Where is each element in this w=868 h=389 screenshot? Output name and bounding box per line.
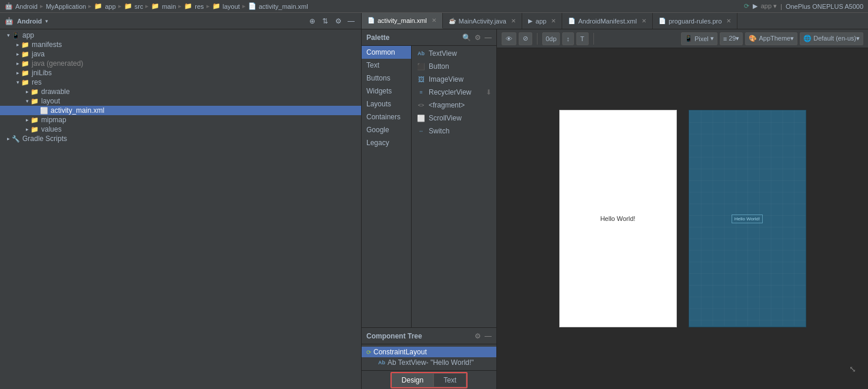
palette-items-list: Ab TextView ⬛ Button 🖼 ImageView ≡ (412, 46, 496, 327)
component-tree-toolbar: Component Tree ⚙ — (362, 328, 496, 344)
palette-cat-widgets[interactable]: Widgets (362, 85, 411, 98)
theme-dropdown[interactable]: 🎨 AppTheme▾ (745, 32, 797, 45)
palette-item-button[interactable]: ⬛ Button (412, 60, 496, 73)
tree-item-java-generated[interactable]: ▸ 📁 java (generated) (0, 59, 361, 68)
palette-item-switch[interactable]: ↔ Switch (412, 125, 496, 138)
palette-item-scrollview[interactable]: ⬜ ScrollView (412, 112, 496, 125)
tree-arrow-app: ▾ (5, 32, 12, 38)
ct-item-constraintlayout[interactable]: ⟳ ConstraintLayout (362, 347, 496, 357)
palette-cat-common[interactable]: Common (362, 46, 411, 59)
tree-item-drawable[interactable]: ▸ 📁 drawable (0, 87, 361, 96)
settings-icon[interactable]: ⚙ (333, 16, 343, 26)
tree-label-java: java (32, 50, 45, 58)
tab-close-mainactivity[interactable]: ✕ (511, 18, 516, 24)
tab-label-activity-main: activity_main.xml (378, 17, 427, 24)
run-icon[interactable]: ▶ (753, 2, 757, 10)
editor-tab-bar: 📄 activity_main.xml ✕ ☕ MainActivity.jav… (362, 13, 868, 29)
constraint-btn[interactable]: ⊘ (519, 32, 532, 45)
palette-settings-icon[interactable]: ⚙ (475, 33, 481, 42)
tree-item-app[interactable]: ▾ 📱 app (0, 31, 361, 40)
tab-activity-main[interactable]: 📄 activity_main.xml ✕ (362, 13, 443, 29)
orient-btn[interactable]: ↕ (562, 32, 574, 45)
palette-cat-containers[interactable]: Containers (362, 110, 411, 123)
tree-item-mipmap[interactable]: ▸ 📁 mipmap (0, 115, 361, 125)
breadcrumb-layout[interactable]: layout (223, 3, 240, 10)
tree-item-manifests[interactable]: ▸ 📁 manifests (0, 40, 361, 49)
breadcrumb-res[interactable]: res (195, 3, 203, 10)
tree-label-values: values (41, 125, 62, 133)
tab-design[interactable]: Design (392, 373, 433, 387)
breadcrumb-main[interactable]: main (162, 3, 176, 10)
tree-item-values[interactable]: ▸ 📁 values (0, 125, 361, 134)
palette-cat-google[interactable]: Google (362, 123, 411, 136)
tab-close-activity-main[interactable]: ✕ (432, 17, 436, 24)
tree-label-app: app (22, 31, 34, 39)
tree-item-res[interactable]: ▾ 📁 res (0, 78, 361, 87)
app-tab-icon: ▶ (528, 18, 533, 24)
tree-item-java[interactable]: ▸ 📁 java (0, 49, 361, 59)
breadcrumb-res-icon: 📁 (184, 2, 192, 10)
palette-search-icon[interactable]: 🔍 (462, 33, 471, 42)
gradle-icon: 🔧 (12, 135, 20, 143)
mode-dropdown[interactable]: 📱 Pixel ▾ (681, 32, 717, 45)
sync-icon[interactable]: ⟳ (744, 2, 749, 10)
tab-close-app[interactable]: ✕ (551, 18, 556, 24)
tab-text[interactable]: Text (433, 373, 466, 387)
margin-input[interactable]: 0dp (542, 32, 560, 45)
palette-cat-buttons[interactable]: Buttons (362, 72, 411, 85)
tab-androidmanifest[interactable]: 📄 AndroidManifest.xml ✕ (562, 13, 653, 29)
ct-settings-icon[interactable]: ⚙ (475, 332, 481, 340)
minimize-icon[interactable]: — (346, 16, 356, 26)
palette-minimize-icon[interactable]: — (485, 33, 492, 42)
layout-folder-icon: 📁 (31, 98, 39, 105)
palette-item-textview[interactable]: Ab TextView (412, 47, 496, 60)
ct-item-textview[interactable]: Ab Ab TextView- "Hello World!" (362, 357, 496, 368)
margin-value: 0dp (546, 35, 556, 42)
tab-close-manifest[interactable]: ✕ (642, 18, 646, 24)
xml-file-icon: ⬜ (40, 107, 48, 115)
breadcrumb-app[interactable]: app (105, 3, 115, 10)
mode-dropdown-arrow: ▾ (710, 35, 714, 42)
mode-label: Pixel (695, 35, 709, 42)
type-icon-btn[interactable]: T (576, 32, 589, 45)
palette-item-imageview[interactable]: 🖼 ImageView (412, 73, 496, 86)
java-folder-icon: 📁 (21, 51, 29, 58)
locale-dropdown[interactable]: 🌐 Default (en-us)▾ (800, 32, 863, 45)
tab-app[interactable]: ▶ app ✕ (522, 13, 562, 29)
breadcrumb: 🤖 Android ▸ MyApplication ▸ 📁 app ▸ 📁 sr… (0, 0, 868, 13)
palette-item-recyclerview[interactable]: ≡ RecyclerView ⬇ (412, 86, 496, 99)
component-tree-body: ⟳ ConstraintLayout Ab Ab TextView- "Hell… (362, 344, 496, 370)
sync-structure-icon[interactable]: ⇅ (320, 16, 330, 26)
tree-item-jnilibs[interactable]: ▸ 📁 jniLibs (0, 68, 361, 78)
tree-label-jni: jniLibs (32, 69, 52, 77)
constraint-off-icon: ⊘ (523, 35, 528, 42)
api-dropdown[interactable]: ≡ 29▾ (720, 32, 743, 45)
jni-folder-icon: 📁 (21, 69, 29, 77)
ct-minimize-icon[interactable]: — (485, 332, 492, 340)
breadcrumb-activity-main[interactable]: activity_main.xml (259, 3, 308, 10)
button-icon: ⬛ (416, 62, 426, 71)
breadcrumb-src[interactable]: src (135, 3, 143, 10)
tab-proguard[interactable]: 📄 proguard-rules.pro ✕ (653, 13, 738, 29)
palette-body: Common Text Buttons Widgets Layouts Cont… (362, 46, 496, 327)
android-dropdown-arrow[interactable]: ▾ (45, 18, 48, 24)
tree-arrow-manifests: ▸ (14, 42, 21, 48)
breadcrumb-main-icon: 📁 (151, 2, 159, 10)
hello-world-text: Hello World! (600, 215, 636, 222)
palette-cat-legacy[interactable]: Legacy (362, 136, 411, 149)
tab-mainactivity[interactable]: ☕ MainActivity.java ✕ (443, 13, 522, 29)
palette-cat-layouts[interactable]: Layouts (362, 98, 411, 110)
breadcrumb-myapp[interactable]: MyApplication (46, 3, 86, 10)
tree-item-gradle[interactable]: ▸ 🔧 Gradle Scripts (0, 134, 361, 143)
ct-ab-icon: Ab (378, 360, 385, 365)
palette-item-fragment[interactable]: <> <fragment> (412, 99, 496, 112)
android-dropdown-icon: 🤖 (5, 17, 14, 25)
eye-toggle-btn[interactable]: 👁 (502, 32, 516, 45)
tab-close-proguard[interactable]: ✕ (726, 18, 731, 24)
plus-icon[interactable]: ⊕ (307, 16, 318, 26)
res-folder-icon: 📁 (21, 79, 29, 86)
orient-icon: ↕ (566, 35, 570, 42)
palette-cat-text[interactable]: Text (362, 59, 411, 72)
tree-item-layout[interactable]: ▾ 📁 layout (0, 96, 361, 106)
tree-item-activity-main[interactable]: ⬜ activity_main.xml (0, 106, 361, 115)
